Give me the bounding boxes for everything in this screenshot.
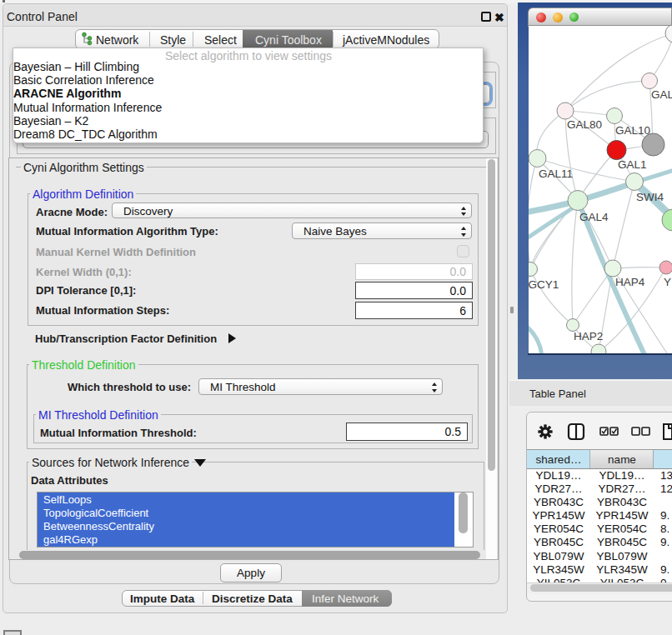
svg-text:GAL: GAL	[651, 88, 672, 101]
svg-text:HAP2: HAP2	[574, 330, 603, 342]
svg-text:GAL4: GAL4	[579, 211, 609, 223]
svg-text:GAL11: GAL11	[539, 168, 573, 180]
svg-text:GAL80: GAL80	[567, 118, 602, 131]
svg-text:Y: Y	[664, 276, 671, 288]
svg-text:HAP4: HAP4	[615, 276, 645, 288]
svg-text:SWI4: SWI4	[636, 191, 664, 203]
svg-text:GAL10: GAL10	[615, 124, 650, 137]
svg-text:GCY1: GCY1	[529, 278, 559, 291]
svg-text:GAL1: GAL1	[618, 158, 647, 171]
